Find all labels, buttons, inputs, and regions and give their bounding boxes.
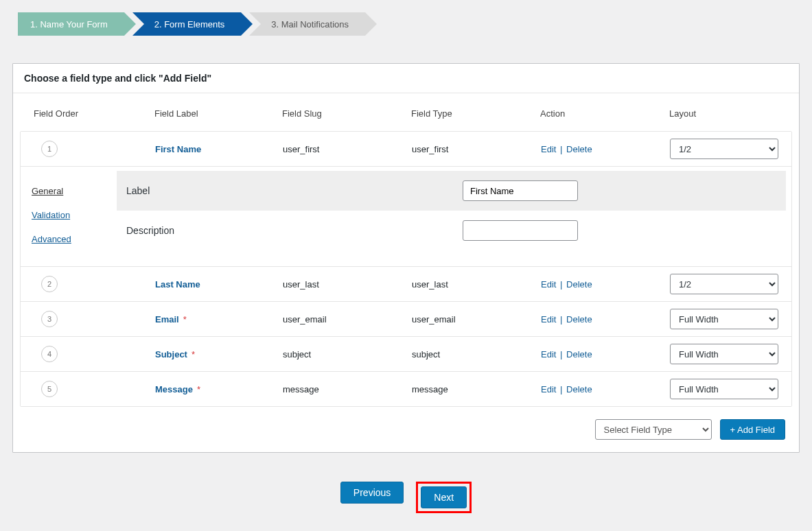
field-label-link[interactable]: Last Name [155,279,200,290]
field-slug: user_last [283,279,412,290]
table-row: 5 Message* message message Edit | Delete… [21,371,791,406]
edit-row-label: Label [117,171,786,211]
field-rows: 1 First Name user_first user_first Edit … [20,131,792,407]
delete-link[interactable]: Delete [566,384,592,394]
select-field-type[interactable]: Select Field Type [595,419,712,440]
field-label-link[interactable]: Subject [155,349,187,359]
delete-link[interactable]: Delete [566,314,592,324]
col-header-order: Field Order [27,108,154,119]
step-mail-notifications[interactable]: 3. Mail Notifications [249,12,365,36]
required-star-icon: * [192,349,195,359]
col-header-action: Action [540,108,669,119]
delete-link[interactable]: Delete [566,349,592,359]
form-fields-card: Choose a field type and click "Add Field… [12,63,800,453]
next-button[interactable]: Next [421,486,467,508]
label-input[interactable] [463,180,578,201]
edit-description-text: Description [126,225,463,236]
field-label-link[interactable]: Message [155,384,193,394]
order-badge[interactable]: 2 [41,276,58,292]
step-label: 1. Name Your Form [30,19,108,30]
field-type: user_last [412,279,541,290]
table-footer: Select Field Type + Add Field [20,407,792,440]
action-separator: | [560,279,562,290]
table-row: 2 Last Name user_last user_last Edit | D… [21,266,791,301]
action-separator: | [560,144,562,154]
layout-select[interactable]: 1/2 [670,139,778,159]
edit-link[interactable]: Edit [541,384,556,394]
required-star-icon: * [183,314,187,324]
tab-validation[interactable]: Validation [32,204,108,228]
edit-tabs: General Validation Advanced [26,171,108,262]
col-header-type: Field Type [411,108,540,119]
field-slug: subject [283,349,412,359]
field-type: user_email [412,314,541,324]
step-label: 2. Form Elements [154,19,225,30]
field-slug: user_email [283,314,412,324]
order-badge[interactable]: 4 [41,346,58,362]
edit-link[interactable]: Edit [541,279,556,290]
field-label-link[interactable]: First Name [155,144,201,154]
step-name-form[interactable]: 1. Name Your Form [18,12,124,36]
layout-select[interactable]: 1/2 [670,274,778,294]
table-header: Field Order Field Label Field Slug Field… [20,100,792,131]
delete-link[interactable]: Delete [566,144,592,154]
action-separator: | [560,384,562,394]
col-header-label: Field Label [154,108,282,119]
edit-row-description: Description [117,211,786,250]
delete-link[interactable]: Delete [566,279,592,290]
col-header-layout: Layout [669,108,785,119]
table-row: 3 Email* user_email user_email Edit | De… [21,301,791,336]
card-title: Choose a field type and click "Add Field… [13,64,799,93]
table-row: 1 First Name user_first user_first Edit … [21,132,791,166]
field-edit-panel: General Validation Advanced Label Descri… [21,166,791,266]
step-form-elements[interactable]: 2. Form Elements [132,12,242,36]
tab-general[interactable]: General [32,180,108,204]
next-button-highlight: Next [416,482,472,513]
field-label-link[interactable]: Email [155,314,179,324]
field-type: message [412,384,541,394]
add-field-button[interactable]: + Add Field [720,419,785,440]
field-type: subject [412,349,541,359]
previous-button[interactable]: Previous [340,482,404,504]
action-separator: | [560,314,562,324]
field-slug: user_first [283,144,412,154]
layout-select[interactable]: Full Width [670,379,778,399]
order-badge[interactable]: 1 [41,141,58,157]
edit-link[interactable]: Edit [541,349,556,359]
field-slug: message [283,384,412,394]
table-row: 4 Subject* subject subject Edit | Delete… [21,336,791,371]
required-star-icon: * [197,384,200,394]
page-nav: Previous Next [12,482,800,520]
edit-link[interactable]: Edit [541,144,556,154]
tab-advanced[interactable]: Advanced [32,228,108,252]
wizard-steps: 1. Name Your Form 2. Form Elements 3. Ma… [18,12,800,36]
layout-select[interactable]: Full Width [670,309,778,329]
col-header-slug: Field Slug [282,108,411,119]
field-type: user_first [412,144,541,154]
edit-label-text: Label [126,185,463,196]
edit-link[interactable]: Edit [541,314,556,324]
step-label: 3. Mail Notifications [271,19,349,30]
action-separator: | [560,349,562,359]
layout-select[interactable]: Full Width [670,344,778,364]
order-badge[interactable]: 3 [41,311,58,327]
description-input[interactable] [463,220,578,241]
order-badge[interactable]: 5 [41,381,58,397]
